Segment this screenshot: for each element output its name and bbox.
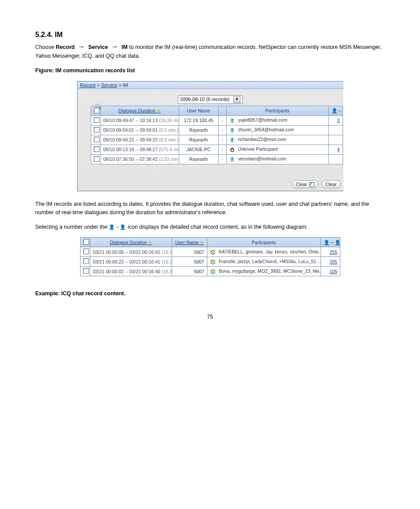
col-count[interactable]: 👤↔👤	[321, 238, 340, 247]
arrow-icon: →	[110, 43, 120, 50]
clear-button[interactable]: Clear ✓	[292, 180, 318, 189]
button-row: Clear ✓ Clear	[77, 164, 343, 191]
cell-participants: KATIEBELL, gimhsex, Jay, kenzo, ninchen,…	[207, 247, 321, 257]
svg-point-11	[214, 253, 215, 254]
cell-participants: richardwu22@msn.com	[226, 135, 328, 145]
svg-point-24	[214, 270, 215, 271]
col-duration[interactable]: Dialogue Duration ▼	[90, 238, 172, 247]
persons-exchange-icon: 👤↔👤	[332, 108, 343, 114]
persons-exchange-icon: 👤↔👤	[109, 223, 126, 231]
dropdown-caret-icon[interactable]: ▼	[233, 96, 240, 103]
icq-records-table: Dialogue Duration ▼ User Name ▼ Particip…	[80, 237, 340, 276]
svg-point-17	[214, 260, 215, 261]
cell-user: 172.19.100.45	[179, 115, 218, 125]
cell-count	[328, 154, 343, 164]
svg-point-5	[231, 149, 232, 150]
crumb-record[interactable]: Record	[80, 82, 96, 88]
col-user[interactable]: User Name	[179, 106, 218, 115]
icq-icon	[210, 249, 216, 255]
path-service: Service	[88, 44, 108, 50]
intro-suffix: to monitor the IM (real-time) communicat…	[35, 44, 382, 59]
row-checkbox[interactable]	[94, 137, 99, 142]
row-checkbox[interactable]	[94, 146, 99, 152]
cell-duration: 03/21 00:00:02 -- 03/21 00:16:40 (16.38 …	[90, 267, 172, 276]
sort-desc-icon: ▼	[148, 241, 152, 245]
search-icon[interactable]: 🔍	[95, 104, 101, 110]
row-checkbox[interactable]	[83, 258, 89, 264]
col-blank	[218, 106, 226, 115]
cell-count: 205	[321, 257, 340, 267]
row-checkbox[interactable]	[94, 127, 99, 133]
sort-desc-icon: ▼	[157, 109, 161, 113]
svg-point-1	[231, 128, 234, 131]
svg-point-21	[210, 260, 212, 261]
clear-checkbox-icon[interactable]: ✓	[309, 182, 314, 187]
cell-participants: Unknow Participant	[226, 145, 328, 154]
cell-user: Rayearth	[179, 135, 218, 145]
svg-point-26	[212, 273, 214, 274]
crumb-im: IM	[123, 82, 128, 88]
msn-icon	[229, 156, 235, 162]
svg-point-6	[232, 149, 233, 150]
svg-point-13	[210, 253, 212, 254]
svg-point-9	[212, 249, 214, 251]
svg-point-15	[212, 261, 214, 263]
cell-duration: 03/21 00:00:22 -- 03/21 00:16:41 (16.19 …	[90, 257, 172, 267]
row-checkbox[interactable]	[94, 156, 99, 162]
msn-icon	[229, 127, 235, 133]
svg-point-7	[231, 157, 234, 160]
col-count[interactable]: 👤↔👤	[328, 106, 343, 115]
cell-duration: 03/21 00:00:05 -- 03/21 00:16:42 (16.37 …	[90, 247, 172, 257]
col-participants[interactable]: Participants	[226, 106, 328, 115]
svg-point-22	[212, 271, 214, 273]
table-row: 03/21 00:00:05 -- 03/21 00:16:42 (16.37 …	[81, 247, 340, 257]
breadcrumb: Record > Service > IM	[77, 82, 343, 89]
clear-button-2[interactable]: Clear	[321, 180, 340, 188]
table-row: 08/10 00:13:18 -- 09:48:27 (575.9 min.) …	[91, 145, 343, 154]
date-select[interactable]: 2006-08-10 (5 records) ▼	[178, 95, 243, 104]
cell-dash: -	[218, 125, 226, 135]
instr-prefix: Selecting a number under the	[35, 224, 109, 230]
svg-point-2	[231, 137, 234, 141]
qq-icon	[229, 147, 235, 152]
arrow-icon: →	[76, 43, 87, 50]
cell-count	[328, 135, 343, 145]
cell-user: Rayearth	[179, 125, 218, 135]
cell-user: 5007	[172, 247, 207, 257]
crumb-service[interactable]: Service	[101, 82, 118, 88]
cell-count: 3	[328, 115, 343, 125]
svg-point-27	[210, 272, 212, 273]
cell-participants: yujie8057@hotmail.com	[226, 115, 328, 125]
row-checkbox[interactable]	[94, 117, 99, 123]
cell-duration: 08/10 00:13:18 -- 09:48:27 (575.9 min.)	[100, 145, 179, 154]
col-duration[interactable]: Dialogue Duration ▼	[100, 106, 179, 115]
col-user[interactable]: User Name ▼	[172, 238, 207, 247]
row-checkbox[interactable]	[83, 268, 89, 274]
date-selector-row: 2006-08-10 (5 records) ▼	[77, 89, 343, 106]
example-heading: Example: ICQ chat record content.	[35, 290, 385, 298]
sort-desc-icon: ▼	[200, 241, 204, 245]
svg-point-16	[212, 259, 214, 260]
cell-duration: 08/10 09:49:47 -- 10:16:13 (26.26 min.)	[100, 115, 179, 125]
table-row: 08/10 09:49:47 -- 10:16:13 (26.26 min.) …	[91, 115, 343, 125]
cell-duration: 08/10 09:49:22 -- 09:49:22 (0.0 min.)	[100, 135, 179, 145]
cell-user: 5007	[172, 257, 207, 267]
col-participants[interactable]: Participants	[207, 238, 321, 247]
date-select-value: 2006-08-10 (5 records)	[180, 96, 230, 101]
select-all-header[interactable]	[81, 238, 90, 247]
cell-count: 255	[321, 247, 340, 257]
path-record: Record	[56, 44, 75, 50]
row-checkbox[interactable]	[83, 249, 89, 254]
page-number: 75	[35, 314, 385, 320]
table-header-row: Dialogue Duration ▼ User Name Participan…	[91, 106, 343, 115]
table-header-row: Dialogue Duration ▼ User Name ▼ Particip…	[81, 238, 340, 247]
checkbox-icon[interactable]	[83, 239, 89, 245]
cell-user: 5007	[172, 267, 207, 276]
cell-participants: Bona, mygultarge, MOZ_3992, MCStone_23, …	[207, 267, 321, 276]
cell-dash: -	[218, 115, 226, 125]
svg-point-25	[214, 272, 215, 273]
instr-suffix: icon displays the detailed chat record c…	[128, 224, 308, 230]
msn-icon	[229, 137, 235, 143]
svg-point-23	[212, 269, 214, 270]
path-im: IM	[122, 44, 128, 50]
